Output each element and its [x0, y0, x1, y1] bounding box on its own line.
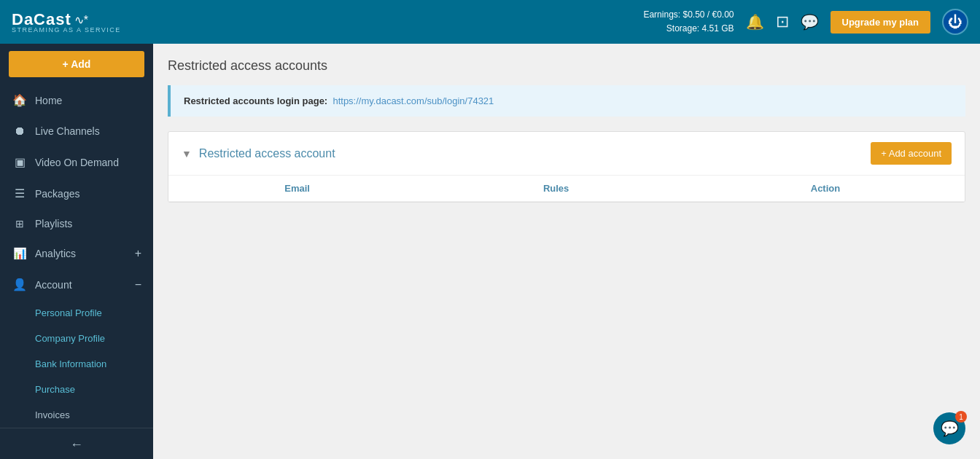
- sidebar-item-label: Home: [35, 95, 141, 106]
- sidebar-item-account[interactable]: 👤 Account −: [0, 269, 153, 300]
- vod-icon: ▣: [12, 155, 28, 169]
- info-banner: Restricted accounts login page: https://…: [168, 85, 965, 117]
- header: DaCast ∿* STREAMING AS A SERVICE Earning…: [0, 0, 980, 44]
- storage-stat: Storage: 4.51 GB: [643, 22, 734, 36]
- chevron-down-icon[interactable]: ▼: [182, 148, 192, 160]
- home-icon: 🏠: [12, 93, 28, 107]
- sidebar-item-label: Packages: [35, 188, 141, 200]
- playlists-icon: ⊞: [12, 218, 28, 230]
- earnings-stat: Earnings: $0.50 / €0.00: [643, 8, 734, 22]
- invoices-label: Invoices: [35, 409, 70, 420]
- sidebar-item-home[interactable]: 🏠 Home: [0, 85, 153, 116]
- packages-icon: ☰: [12, 187, 28, 200]
- sidebar: + Add 🏠 Home ⏺ Live Channels ▣ Video On …: [0, 44, 153, 459]
- sidebar-sub-item-purchase[interactable]: Purchase: [0, 377, 153, 402]
- accounts-table: Email Rules Action: [168, 176, 965, 202]
- company-profile-label: Company Profile: [35, 333, 105, 344]
- purchase-label: Purchase: [35, 384, 75, 395]
- content-area: Restricted access accounts Restricted ac…: [153, 44, 980, 459]
- bank-information-label: Bank Information: [35, 358, 106, 369]
- logo-subtitle: STREAMING AS A SERVICE: [12, 26, 121, 34]
- sidebar-sub-item-bank-information[interactable]: Bank Information: [0, 351, 153, 377]
- page-title: Restricted access accounts: [168, 58, 965, 74]
- info-banner-label: Restricted accounts login page:: [184, 95, 327, 106]
- header-right: Earnings: $0.50 / €0.00 Storage: 4.51 GB…: [643, 8, 968, 36]
- sidebar-item-live-channels[interactable]: ⏺ Live Channels: [0, 116, 153, 146]
- col-email: Email: [168, 176, 426, 202]
- account-icon: 👤: [12, 278, 28, 291]
- sidebar-back-button[interactable]: ←: [0, 428, 153, 459]
- upgrade-button[interactable]: Upgrade my plan: [831, 11, 930, 34]
- personal-profile-label: Personal Profile: [35, 307, 102, 318]
- logo-wave: ∿*: [74, 13, 88, 27]
- chat-bubble-icon: 💬: [941, 420, 959, 437]
- fullscreen-icon[interactable]: ⊡: [776, 12, 789, 31]
- section-header-left: ▼ Restricted access account: [182, 147, 335, 160]
- sidebar-item-vod[interactable]: ▣ Video On Demand: [0, 146, 153, 178]
- back-arrow-icon: ←: [70, 437, 83, 452]
- sidebar-sub-item-invoices[interactable]: Invoices: [0, 402, 153, 428]
- analytics-expand-icon[interactable]: +: [135, 247, 141, 260]
- restricted-access-section: ▼ Restricted access account + Add accoun…: [168, 131, 965, 203]
- main-layout: + Add 🏠 Home ⏺ Live Channels ▣ Video On …: [0, 44, 980, 459]
- sidebar-sub-item-company-profile[interactable]: Company Profile: [0, 326, 153, 351]
- sidebar-item-label: Account: [35, 279, 135, 291]
- analytics-icon: 📊: [12, 247, 28, 260]
- chat-icon[interactable]: 💬: [801, 13, 819, 31]
- info-banner-link[interactable]: https://my.dacast.com/sub/login/74321: [332, 95, 494, 106]
- sidebar-item-label: Playlists: [35, 218, 141, 230]
- col-rules: Rules: [426, 176, 686, 202]
- account-collapse-icon[interactable]: −: [135, 278, 141, 291]
- sidebar-item-label: Analytics: [35, 248, 135, 259]
- section-header: ▼ Restricted access account + Add accoun…: [168, 132, 965, 176]
- user-avatar[interactable]: ⏻: [942, 9, 968, 35]
- sidebar-item-label: Live Channels: [35, 125, 141, 137]
- chat-button[interactable]: 💬 1: [933, 412, 965, 444]
- section-title: Restricted access account: [199, 147, 335, 160]
- header-stats: Earnings: $0.50 / €0.00 Storage: 4.51 GB: [643, 8, 734, 36]
- sidebar-nav: 🏠 Home ⏺ Live Channels ▣ Video On Demand…: [0, 85, 153, 428]
- logo: DaCast ∿* STREAMING AS A SERVICE: [12, 10, 121, 34]
- add-button[interactable]: + Add: [9, 51, 144, 77]
- sidebar-item-playlists[interactable]: ⊞ Playlists: [0, 209, 153, 238]
- bell-icon[interactable]: 🔔: [746, 13, 764, 31]
- col-action: Action: [686, 176, 965, 202]
- sidebar-item-label: Video On Demand: [35, 157, 141, 168]
- sidebar-sub-item-personal-profile[interactable]: Personal Profile: [0, 300, 153, 326]
- add-account-button[interactable]: + Add account: [871, 142, 952, 165]
- sidebar-item-packages[interactable]: ☰ Packages: [0, 178, 153, 209]
- live-channels-icon: ⏺: [12, 125, 28, 138]
- chat-badge: 1: [955, 411, 967, 423]
- table-header: Email Rules Action: [168, 176, 965, 202]
- sidebar-item-analytics[interactable]: 📊 Analytics +: [0, 238, 153, 269]
